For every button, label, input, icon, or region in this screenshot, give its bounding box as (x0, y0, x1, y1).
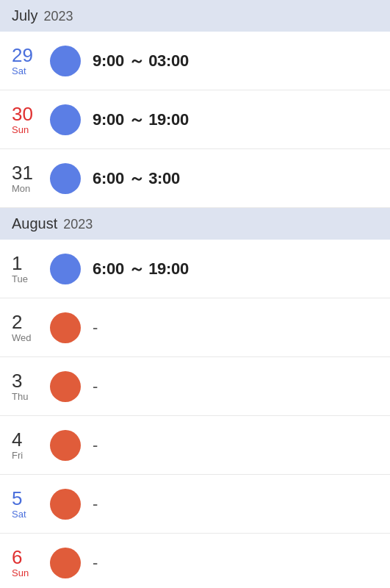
day-number: 5 (12, 488, 50, 509)
day-name-label: Mon (12, 183, 50, 194)
day-info: 1Tue (12, 253, 50, 285)
time-display: 9:00 ～ 03:00 (93, 50, 189, 72)
day-row[interactable]: 3Thu- (0, 357, 390, 416)
red-dot-icon (50, 430, 81, 461)
day-name-label: Sat (12, 509, 50, 520)
day-row[interactable]: 4Fri- (0, 416, 390, 475)
day-row[interactable]: 6Sun- (0, 534, 390, 588)
day-number: 1 (12, 253, 50, 274)
time-display: 6:00 ～ 3:00 (93, 168, 180, 190)
day-number: 3 (12, 370, 50, 392)
month-year: 2023 (63, 217, 93, 232)
time-display: - (93, 436, 98, 455)
month-header: July2023 (0, 0, 390, 32)
day-info: 2Wed (12, 312, 50, 344)
day-row[interactable]: 29Sat9:00 ～ 03:00 (0, 32, 390, 90)
day-name-label: Fri (12, 450, 50, 461)
month-header: August2023 (0, 208, 390, 240)
blue-dot-icon (50, 254, 81, 284)
day-info: 5Sat (12, 488, 50, 520)
day-row[interactable]: 30Sun9:00 ～ 19:00 (0, 90, 390, 149)
blue-dot-icon (50, 46, 81, 76)
day-row[interactable]: 5Sat- (0, 475, 390, 534)
blue-dot-icon (50, 163, 81, 194)
blue-dot-icon (50, 104, 81, 135)
day-number: 30 (12, 104, 50, 125)
red-dot-icon (50, 312, 81, 343)
day-info: 4Fri (12, 429, 50, 462)
time-display: - (93, 318, 98, 337)
day-name-label: Wed (12, 332, 50, 343)
day-name-label: Sun (12, 124, 50, 135)
day-name-label: Thu (12, 391, 50, 402)
day-number: 29 (12, 45, 50, 66)
red-dot-icon (50, 548, 81, 578)
day-row[interactable]: 31Mon6:00 ～ 3:00 (0, 149, 390, 208)
time-display: 9:00 ～ 19:00 (93, 109, 189, 131)
day-number: 4 (12, 429, 50, 451)
time-display: - (93, 495, 98, 514)
red-dot-icon (50, 489, 81, 520)
red-dot-icon (50, 371, 81, 402)
day-row[interactable]: 2Wed- (0, 298, 390, 357)
day-info: 6Sun (12, 547, 50, 579)
day-info: 3Thu (12, 370, 50, 403)
day-info: 29Sat (12, 45, 50, 77)
calendar-root: July202329Sat9:00 ～ 03:0030Sun9:00 ～ 19:… (0, 0, 390, 588)
day-info: 30Sun (12, 104, 50, 136)
time-display: 6:00 ～ 19:00 (93, 258, 189, 280)
day-name-label: Tue (12, 273, 50, 284)
day-name-label: Sun (12, 567, 50, 578)
month-year: 2023 (44, 9, 73, 24)
day-number: 6 (12, 547, 50, 568)
day-number: 2 (12, 312, 50, 333)
month-name: August (12, 215, 57, 232)
month-name: July (12, 7, 38, 24)
day-info: 31Mon (12, 162, 50, 195)
time-display: - (93, 377, 98, 396)
day-name-label: Sat (12, 65, 50, 76)
day-row[interactable]: 1Tue6:00 ～ 19:00 (0, 240, 390, 298)
time-display: - (93, 553, 98, 573)
day-number: 31 (12, 162, 50, 184)
